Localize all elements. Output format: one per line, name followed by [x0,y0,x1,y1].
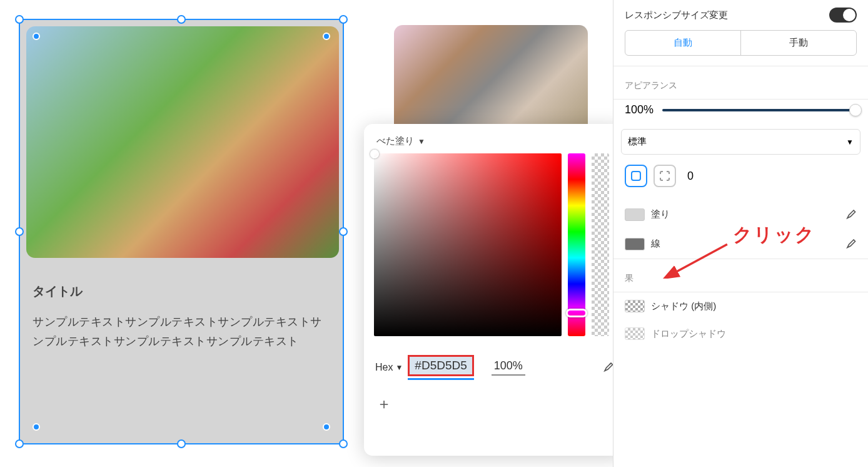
color-picker-popup: べた塗り ▼ Hex ▼ #D5D5D5 100% ＋ [364,124,625,456]
corner-radius-row: 0 [613,158,868,193]
corner-same-button[interactable] [625,165,647,187]
opacity-input[interactable]: 100% [492,359,525,376]
drop-shadow-row[interactable]: ドロップシャドウ [613,320,868,347]
resize-handle-bl[interactable] [15,439,24,448]
corner-radius-input[interactable]: 0 [687,170,694,183]
appearance-label: アピアランス [625,80,677,91]
opacity-value[interactable]: 100% [625,103,654,116]
hue-cursor[interactable] [566,309,587,317]
card-image[interactable] [26,26,339,258]
resize-handle-tr[interactable] [339,15,348,24]
padding-handle-bl[interactable] [33,423,40,431]
eyedropper-icon[interactable] [844,237,857,251]
inner-shadow-label: シャドウ (内側) [651,300,716,312]
drop-shadow-label: ドロップシャドウ [651,328,726,340]
stroke-swatch[interactable] [625,238,645,250]
opacity-knob[interactable] [849,104,862,116]
blend-mode-label: 標準 [628,136,647,148]
resize-handle-tm[interactable] [177,15,186,24]
svg-rect-0 [632,172,640,180]
stroke-label: 線 [651,238,660,250]
padding-handle-br[interactable] [323,423,330,431]
effects-section: 果 [613,259,868,292]
padding-handle-tr[interactable] [323,33,330,40]
add-swatch-button[interactable]: ＋ [364,380,625,414]
hue-slider[interactable] [568,153,585,336]
svg-line-1 [674,244,727,273]
padding-handle-tl[interactable] [33,33,40,40]
saturation-brightness-area[interactable] [374,153,562,336]
responsive-label: レスポンシブサイズ変更 [625,9,728,21]
hex-input-wrapper: #D5D5D5 [408,355,473,380]
resize-handle-br[interactable] [339,439,348,448]
fill-label: 塗り [651,208,670,220]
inner-shadow-swatch[interactable] [625,300,645,312]
responsive-toggle[interactable] [829,8,857,23]
blend-mode-select[interactable]: 標準 ▼ [621,129,860,155]
resize-handle-tl[interactable] [15,15,24,24]
chevron-down-icon: ▼ [395,363,403,372]
format-label: Hex [375,362,393,373]
mode-manual-button[interactable]: 手動 [741,31,856,55]
opacity-slider[interactable] [662,109,857,111]
resize-handle-bm[interactable] [177,439,186,448]
eyedropper-icon[interactable] [602,360,614,375]
color-format-selector[interactable]: Hex ▼ [375,362,403,373]
effects-label-partial: 果 [625,273,633,284]
fill-mode-selector[interactable]: べた塗り ▼ [364,124,625,153]
selected-card[interactable]: タイトル サンプルテキストサンプルテキストサンプルテキストサンプルテキストサンプ… [19,19,344,444]
chevron-down-icon: ▼ [418,137,425,146]
alpha-slider[interactable] [592,153,609,336]
sb-cursor[interactable] [370,150,379,158]
card-image-2[interactable] [394,25,588,138]
resize-handle-mr[interactable] [339,227,348,236]
corner-independent-button[interactable] [654,165,676,187]
fill-swatch[interactable] [625,208,645,221]
fill-mode-label: べた塗り [376,135,414,147]
annotation-text: クリック [733,222,815,248]
opacity-row: 100% [613,100,868,125]
chevron-down-icon: ▼ [846,138,854,146]
inner-shadow-row[interactable]: シャドウ (内側) [613,292,868,320]
hex-input[interactable]: #D5D5D5 [408,355,473,376]
mode-auto-button[interactable]: 自動 [625,31,741,55]
resize-handle-ml[interactable] [15,227,24,236]
drop-shadow-swatch[interactable] [625,327,645,340]
eyedropper-icon[interactable] [844,207,857,222]
appearance-section: アピアランス [613,66,868,100]
responsive-row: レスポンシブサイズ変更 [613,0,868,30]
responsive-mode-segment: 自動 手動 [625,30,857,56]
annotation-arrow-icon [663,241,738,279]
card-body-text[interactable]: サンプルテキストサンプルテキストサンプルテキストサンプルテキストサンプルテキスト… [33,312,330,351]
card-title[interactable]: タイトル [33,283,330,300]
